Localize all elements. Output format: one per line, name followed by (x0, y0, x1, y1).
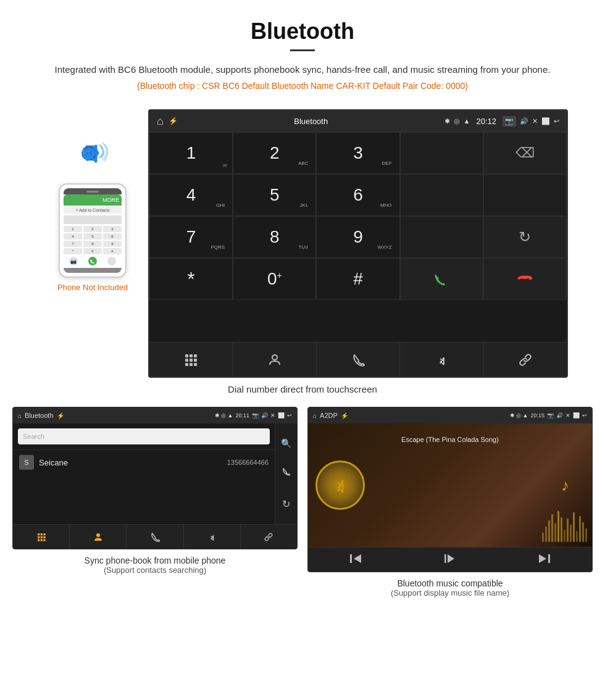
backspace-button[interactable]: ⌫ (483, 132, 567, 174)
phonebook-caption-main: Sync phone-book from mobile phone (12, 556, 298, 565)
svg-point-30 (96, 533, 100, 537)
dial-key-6[interactable]: 6 MNO (316, 174, 399, 216)
play-pause-button[interactable] (443, 552, 457, 568)
phonebook-status-bar: ⌂ Bluetooth ⚡ ✱ ◎ ▲ 20:11 📷 🔊 ✕ ⬜ ↩ (13, 407, 297, 423)
next-button[interactable] (538, 552, 551, 568)
screen-title: Bluetooth (294, 117, 328, 126)
call-answer-button[interactable] (400, 258, 483, 300)
dial-key-9[interactable]: 9 WXYZ (316, 216, 399, 258)
search-icon[interactable]: 🔍 (281, 438, 291, 448)
dial-key-star[interactable]: * (149, 258, 233, 300)
dial-key-4[interactable]: 4 GHI (149, 174, 233, 216)
svg-rect-13 (185, 363, 188, 366)
music-vol-icon[interactable]: 🔊 (556, 412, 563, 419)
svg-rect-24 (38, 536, 40, 538)
contact-row[interactable]: S Seicane 13566664466 (13, 449, 275, 475)
pb-nav-link[interactable] (241, 525, 297, 549)
dial-key-5[interactable]: 5 JKL (233, 174, 316, 216)
svg-rect-43 (444, 554, 446, 563)
search-bar[interactable]: Search (18, 428, 270, 444)
refresh-button[interactable]: ↻ (483, 216, 567, 258)
window-icon[interactable]: ⬜ (541, 117, 550, 125)
pb-title: Bluetooth (25, 412, 53, 419)
song-title: Escape (The Pina Colada Song) (401, 433, 499, 444)
refresh-side-icon[interactable]: ↻ (282, 498, 290, 510)
pb-cam-icon[interactable]: 📷 (252, 412, 259, 419)
home-icon[interactable]: ⌂ (157, 115, 164, 128)
svg-point-16 (272, 355, 277, 360)
car-dial-screen: ⌂ ⚡ Bluetooth ✱ ◎ ▲ 20:12 📷 🔊 ✕ ⬜ ↩ 1 ✉ (148, 109, 568, 378)
nav-bluetooth[interactable] (400, 343, 483, 377)
pb-nav-dialpad[interactable] (13, 525, 70, 549)
music-back-icon[interactable]: ↩ (582, 412, 587, 419)
svg-rect-41 (350, 554, 352, 563)
music-screen: ⌂ A2DP ⚡ ✱ ◎ ▲ 20:15 📷 🔊 ✕ ⬜ ↩ (307, 407, 593, 572)
bluetooth-icon: ✱ (444, 117, 450, 125)
nav-contacts[interactable] (233, 343, 316, 377)
equalizer (542, 508, 587, 542)
main-section: ⬣ ⦿ ↯ (0, 109, 605, 378)
svg-marker-42 (448, 554, 454, 563)
phone-not-included-label: Phone Not Included (57, 283, 128, 292)
contact-phone: 13566664466 (227, 459, 269, 466)
dialpad-grid: 1 ✉ 2 ABC 3 DEF ⌫ 4 GHI 5 JKL (149, 131, 567, 342)
bottom-navigation (149, 342, 567, 377)
phonebook-area: Search S Seicane 13566664466 🔍 (13, 423, 297, 524)
phonebook-side-icons: 🔍 ↻ (275, 423, 297, 524)
pb-vol-icon[interactable]: 🔊 (261, 412, 268, 419)
dial-key-1[interactable]: 1 ✉ (149, 132, 233, 174)
bt-status-icon: ⚡ (169, 117, 178, 125)
pb-usb-icon: ⚡ (57, 412, 64, 419)
dial-key-0[interactable]: 0+ (233, 258, 316, 300)
dial-key-8[interactable]: 8 TUV (233, 216, 316, 258)
contact-avatar: S (19, 455, 34, 470)
music-caption-main: Bluetooth music compatible (307, 578, 593, 588)
dial-key-hash[interactable]: # (316, 258, 399, 300)
music-content: ♪ Escape (The Pina Colada Song) (308, 423, 592, 547)
pb-nav-contacts[interactable] (70, 525, 127, 549)
empty-cell-1 (400, 174, 483, 216)
nav-dialpad[interactable] (149, 343, 233, 377)
dial-display (400, 132, 483, 174)
svg-rect-25 (40, 536, 42, 538)
prev-button[interactable] (349, 552, 362, 568)
svg-text:♪: ♪ (561, 476, 569, 493)
pb-nav-phone[interactable] (127, 525, 183, 549)
music-home-icon[interactable]: ⌂ (313, 412, 317, 419)
pb-nav-bt[interactable] (184, 525, 241, 549)
page-specs: (Bluetooth chip : CSR BC6 Default Blueto… (37, 81, 568, 91)
empty-cell-2 (483, 174, 567, 216)
dial-key-2[interactable]: 2 ABC (233, 132, 316, 174)
album-art (315, 460, 365, 510)
contact-name: Seicane (39, 458, 227, 467)
music-time: 20:15 (530, 412, 544, 419)
svg-rect-10 (185, 359, 188, 362)
nav-phone[interactable] (317, 343, 400, 377)
svg-rect-14 (190, 363, 193, 366)
camera-icon[interactable]: 📷 (503, 116, 516, 127)
pb-win-icon[interactable]: ⬜ (278, 412, 285, 419)
svg-rect-11 (190, 359, 193, 362)
pb-back-icon[interactable]: ↩ (287, 412, 292, 419)
call-end-button[interactable] (483, 258, 567, 300)
page-title: Bluetooth (37, 19, 568, 44)
volume-icon[interactable]: 🔊 (520, 117, 528, 125)
music-close-icon[interactable]: ✕ (565, 412, 570, 419)
music-win-icon[interactable]: ⬜ (573, 412, 580, 419)
music-screen-wrap: ⌂ A2DP ⚡ ✱ ◎ ▲ 20:15 📷 🔊 ✕ ⬜ ↩ (307, 407, 593, 598)
close-icon[interactable]: ✕ (532, 117, 538, 125)
back-icon[interactable]: ↩ (554, 117, 559, 125)
svg-rect-9 (194, 354, 197, 357)
time-display: 20:12 (476, 117, 496, 126)
nav-link[interactable] (484, 343, 567, 377)
empty-cell-3 (400, 216, 483, 258)
music-cam-icon[interactable]: 📷 (547, 412, 554, 419)
music-caption: Bluetooth music compatible (Support disp… (307, 578, 593, 598)
location-icon: ◎ (454, 117, 460, 125)
call-icon[interactable] (282, 467, 291, 479)
dial-key-7[interactable]: 7 PQRS (149, 216, 233, 258)
pb-close-icon[interactable]: ✕ (270, 412, 275, 419)
dial-key-3[interactable]: 3 DEF (316, 132, 399, 174)
svg-rect-7 (185, 354, 188, 357)
pb-home-icon[interactable]: ⌂ (18, 412, 22, 419)
